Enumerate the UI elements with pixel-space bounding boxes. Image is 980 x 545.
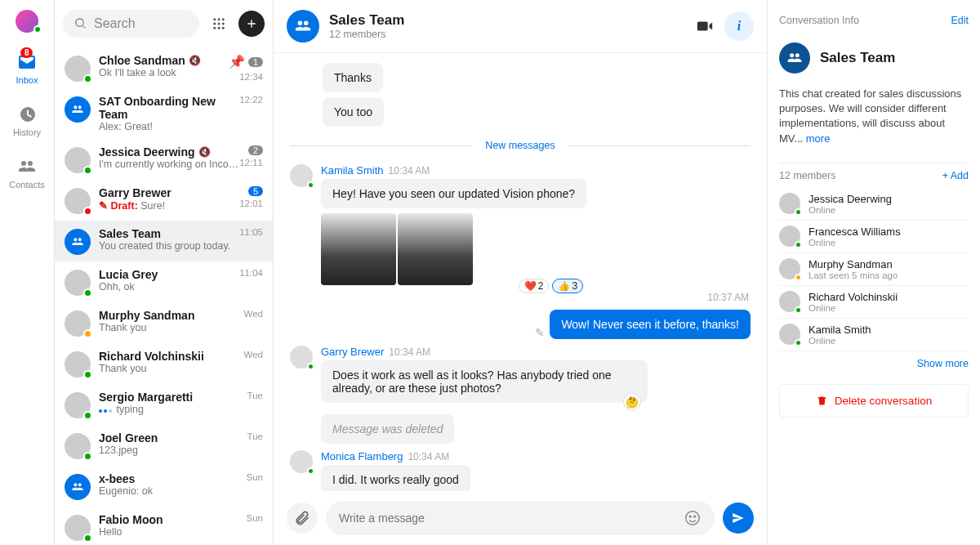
message-time: 10:37 AM — [292, 292, 749, 303]
main-pane: Sales Team 12 members i Thanks You too N… — [274, 0, 768, 545]
nav-inbox[interactable]: 8 Inbox — [16, 52, 38, 85]
message-time: 10:34 AM — [408, 451, 449, 462]
conversation-item[interactable]: Sergio Margaretti typingTue — [55, 384, 273, 425]
member-item[interactable]: Murphy SandmanLast seen 5 mins ago — [779, 253, 969, 286]
member-item[interactable]: Kamila SmithOnline — [779, 319, 969, 351]
conversation-list[interactable]: Chloe Sandman 🔇Ok I'll take a look📌112:3… — [55, 47, 273, 545]
nav-label: Contacts — [9, 180, 44, 190]
pin-icon: 📌 — [229, 54, 245, 69]
message-avatar[interactable] — [290, 346, 313, 369]
member-item[interactable]: Richard VolchinskiiOnline — [779, 286, 969, 319]
emoji-icon[interactable] — [684, 509, 702, 527]
conversation-item[interactable]: x-beesEugenio: okSun — [55, 466, 273, 507]
conversation-item[interactable]: Garry Brewer✎ Draft: Sure!512:01 — [55, 180, 273, 221]
conversation-item[interactable]: Sales TeamYou created this group today.1… — [55, 221, 273, 261]
user-avatar — [65, 147, 91, 173]
reaction-heart[interactable]: ❤️ 2 — [519, 279, 550, 293]
sender-name[interactable]: Kamila Smith — [321, 164, 384, 176]
member-item[interactable]: Jessica DeerwingOnline — [779, 188, 969, 221]
message-avatar[interactable] — [290, 450, 313, 473]
reaction-thumbsup[interactable]: 👍 3 — [552, 279, 583, 293]
apps-button[interactable] — [206, 11, 232, 37]
member-avatar — [779, 193, 800, 214]
svg-point-7 — [218, 27, 220, 29]
member-avatar — [779, 258, 800, 279]
new-conversation-button[interactable] — [238, 11, 265, 37]
user-avatar — [65, 433, 91, 459]
contacts-icon — [17, 157, 37, 176]
conversation-item[interactable]: Jessica Deerwing 🔇I'm currently working … — [55, 139, 273, 180]
message-list[interactable]: Thanks You too New messages Kamila Smith… — [274, 53, 767, 491]
message-bubble: I did. It works really good — [321, 465, 470, 491]
conversation-time: 12:22 — [239, 95, 263, 105]
conversation-time: 12:01 — [239, 199, 263, 208]
unread-badge: 2 — [248, 145, 263, 155]
conversation-item[interactable]: Richard VolchinskiiThank youWed — [55, 343, 273, 384]
history-icon — [17, 105, 37, 124]
conversation-item[interactable]: Murphy SandmanThank youWed — [55, 302, 273, 343]
message-input-wrap — [326, 501, 715, 535]
presence-dot — [33, 25, 42, 34]
composer — [274, 491, 767, 545]
video-call-button[interactable] — [690, 11, 719, 41]
message-avatar[interactable] — [290, 164, 313, 187]
sender-name[interactable]: Monica Flamberg — [321, 450, 403, 462]
svg-point-10 — [689, 516, 691, 517]
message-bubble: You too — [323, 97, 384, 127]
send-button[interactable] — [723, 503, 754, 534]
group-avatar — [287, 10, 319, 42]
sidebar-top: Search — [55, 0, 273, 47]
info-button[interactable]: i — [724, 11, 754, 41]
edit-message-icon[interactable]: ✎ — [535, 326, 545, 339]
conversation-item[interactable]: Lucia GreyOhh, ok11:04 — [55, 261, 273, 302]
reaction-think[interactable]: 🤔 — [623, 393, 641, 411]
member-name: Jessica Deerwing — [808, 193, 892, 205]
conversation-item[interactable]: Fabio MoonHelloSun — [55, 507, 273, 545]
sender-name[interactable]: Garry Brewer — [321, 346, 384, 358]
svg-point-11 — [694, 516, 696, 517]
conversation-time: Wed — [244, 309, 263, 319]
attachment-image[interactable] — [321, 213, 396, 285]
add-member-link[interactable]: + Add — [942, 170, 969, 181]
nav-history[interactable]: History — [13, 105, 41, 137]
more-link[interactable]: more — [806, 132, 831, 145]
nav-label: History — [13, 127, 41, 137]
user-avatar — [65, 392, 91, 418]
unread-badge: 5 — [248, 186, 263, 196]
member-item[interactable]: Francesca WilliamsOnline — [779, 221, 969, 253]
plus-icon — [245, 17, 258, 30]
conversation-item[interactable]: Joel Green123.jpegTue — [55, 425, 273, 466]
user-avatar — [65, 351, 91, 377]
svg-point-0 — [213, 18, 216, 20]
message-bubble: Does it work as well as it looks? Has an… — [321, 360, 648, 403]
member-status: Last seen 5 mins ago — [808, 270, 898, 280]
conversation-time: Wed — [244, 350, 263, 360]
user-avatar — [65, 188, 91, 214]
send-icon — [731, 511, 746, 525]
message-time: 10:34 AM — [389, 165, 430, 176]
mute-icon: 🔇 — [198, 146, 211, 158]
nav-contacts[interactable]: Contacts — [9, 157, 44, 190]
inbox-badge: 8 — [20, 47, 33, 58]
delete-conversation-button[interactable]: Delete conversation — [779, 384, 969, 418]
attach-button[interactable] — [287, 503, 318, 534]
conversation-time: 12:11 — [239, 158, 263, 168]
show-more-link[interactable]: Show more — [779, 358, 969, 369]
members-count: 12 members — [779, 170, 835, 181]
members-list: Jessica DeerwingOnlineFrancesca Williams… — [779, 188, 969, 351]
user-avatar[interactable] — [16, 10, 38, 33]
message-input[interactable] — [339, 511, 684, 525]
user-avatar — [65, 270, 91, 296]
svg-point-5 — [222, 23, 225, 25]
conversation-item[interactable]: Chloe Sandman 🔇Ok I'll take a look📌112:3… — [55, 47, 273, 88]
edit-link[interactable]: Edit — [951, 15, 969, 26]
search-input[interactable]: Search — [63, 10, 199, 38]
conversation-time: Tue — [247, 391, 263, 400]
member-name: Richard Volchinskii — [808, 291, 898, 303]
paperclip-icon — [294, 510, 310, 526]
conversation-item[interactable]: SAT Onboarding New TeamAlex: Great!12:22 — [55, 88, 273, 139]
member-status: Online — [808, 205, 892, 215]
attachment-image[interactable] — [398, 213, 473, 285]
svg-point-2 — [222, 18, 225, 20]
member-avatar — [779, 291, 800, 312]
